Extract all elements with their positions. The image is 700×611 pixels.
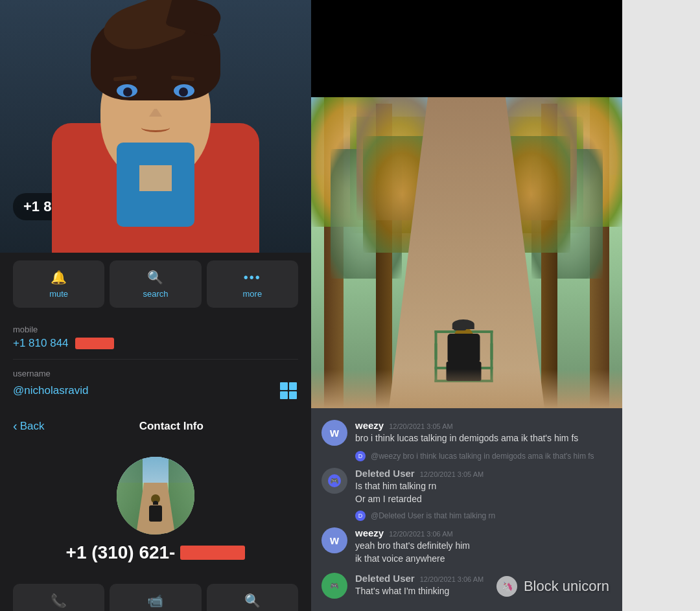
chat-content-3: weezy 12/20/2021 3:06 AM yeah bro that's… bbox=[355, 527, 612, 565]
audio-button[interactable]: 📞 audio bbox=[13, 584, 104, 611]
chat-content-1: weezy 12/20/2021 3:05 AM bro i think luc… bbox=[355, 420, 612, 446]
deleted-avatar-1: 🎮 bbox=[321, 468, 347, 494]
weezy-avatar-1: w bbox=[321, 420, 347, 446]
mobile-value: +1 810 844 bbox=[13, 337, 298, 350]
back-label: Back bbox=[20, 420, 45, 433]
username-value: @nicholasravid bbox=[13, 384, 88, 397]
chat-header-2: Deleted User 12/20/2021 3:05 AM bbox=[355, 468, 612, 479]
mute-button[interactable]: 🔔 mute bbox=[13, 260, 104, 308]
video-icon: 📹 bbox=[147, 593, 163, 608]
dark-upper bbox=[311, 0, 622, 97]
contact-details: mobile +1 810 844 username @nicholasravi… bbox=[0, 316, 311, 408]
svg-text:🦄: 🦄 bbox=[501, 581, 513, 592]
contact-avatar bbox=[117, 457, 194, 535]
qr-icon[interactable] bbox=[279, 381, 298, 400]
contact-profile-panel: +1 810 844 🔔 mute 🔍 search ••• more mobi… bbox=[0, 0, 311, 408]
phone-icon: 📞 bbox=[51, 593, 67, 608]
username-weezy-2: weezy bbox=[355, 527, 384, 538]
contact-search-button[interactable]: 🔍 search bbox=[207, 584, 298, 611]
username-weezy-1: weezy bbox=[355, 420, 384, 431]
weezy-avatar-2: w bbox=[321, 527, 347, 553]
discord-reply-icon-2: D bbox=[355, 511, 366, 521]
reply-text-1: @weezy bro i think lucas talking in demi… bbox=[371, 452, 594, 461]
username-deleted-2: Deleted User bbox=[355, 573, 415, 584]
chat-message-3: w weezy 12/20/2021 3:06 AM yeah bro that… bbox=[311, 524, 622, 569]
search-label: search bbox=[143, 289, 168, 299]
deleted-avatar-green: 🎮 bbox=[321, 573, 347, 599]
username-row: username @nicholasravid bbox=[13, 360, 298, 408]
mobile-number: +1 810 844 bbox=[13, 337, 69, 350]
username-content: @nicholasravid bbox=[13, 381, 298, 400]
discord-icon-1: 🎮 bbox=[328, 474, 341, 487]
park-photo-panel bbox=[311, 0, 622, 408]
chat-header-1: weezy 12/20/2021 3:05 AM bbox=[355, 420, 612, 431]
chat-text-2b: Or am I retarded bbox=[355, 493, 612, 506]
search-icon: 🔍 bbox=[147, 270, 163, 285]
discord-icon-2: 🎮 bbox=[328, 579, 341, 592]
contact-action-buttons: 📞 audio 📹 video 🔍 search bbox=[0, 576, 311, 611]
reply-text-2: @Deleted User is that him talking rn bbox=[371, 511, 495, 520]
watermark-text: Block unicorn bbox=[524, 578, 609, 595]
main-container: +1 810 844 🔔 mute 🔍 search ••• more mobi… bbox=[0, 0, 700, 611]
phone-number-text: +1 (310) 621- bbox=[66, 542, 176, 563]
contact-phone-number: +1 (310) 621- bbox=[66, 542, 246, 563]
chat-text-2a: Is that him talking rn bbox=[355, 480, 612, 493]
chat-header-3: weezy 12/20/2021 3:06 AM bbox=[355, 527, 612, 538]
mute-label: mute bbox=[49, 289, 68, 299]
contact-info-panel: ‹ Back Contact Info bbox=[0, 408, 311, 611]
contact-search-icon: 🔍 bbox=[244, 593, 261, 608]
reply-indicator-2: D @Deleted User is that him talking rn bbox=[311, 509, 622, 524]
back-button[interactable]: ‹ Back bbox=[13, 419, 44, 433]
chat-text-3b: ik that voice anywhere bbox=[355, 553, 612, 566]
right-side-blank bbox=[622, 0, 700, 611]
chat-content-2: Deleted User 12/20/2021 3:05 AM Is that … bbox=[355, 468, 612, 505]
profile-image: +1 810 844 bbox=[0, 0, 311, 253]
more-label: more bbox=[243, 289, 262, 299]
more-button[interactable]: ••• more bbox=[207, 260, 298, 308]
back-arrow-icon: ‹ bbox=[13, 419, 18, 433]
watermark: 🦄 Block unicorn bbox=[495, 575, 609, 598]
username-label: username bbox=[13, 369, 298, 378]
chat-text-3a: yeah bro that's definitely him bbox=[355, 540, 612, 553]
contact-info-title: Contact Info bbox=[44, 420, 298, 433]
discord-chat-panel: w weezy 12/20/2021 3:05 AM bro i think l… bbox=[311, 408, 622, 611]
timestamp-3: 12/20/2021 3:06 AM bbox=[389, 530, 452, 538]
contact-redacted bbox=[180, 546, 245, 560]
contact-info-header: ‹ Back Contact Info bbox=[0, 408, 311, 444]
bell-icon: 🔔 bbox=[51, 270, 67, 285]
discord-reply-icon-1: D bbox=[355, 451, 366, 461]
timestamp-2: 12/20/2021 3:05 AM bbox=[420, 470, 484, 478]
chat-message-2: 🎮 Deleted User 12/20/2021 3:05 AM Is tha… bbox=[311, 464, 622, 509]
username-deleted-1: Deleted User bbox=[355, 468, 415, 479]
timestamp-4: 12/20/2021 3:06 AM bbox=[420, 575, 484, 583]
timestamp-1: 12/20/2021 3:05 AM bbox=[389, 422, 452, 430]
more-icon: ••• bbox=[244, 270, 261, 285]
chat-text-1: bro i think lucas talking in demigods am… bbox=[355, 432, 612, 445]
contact-info-avatar-area: +1 (310) 621- bbox=[0, 444, 311, 576]
reply-indicator-1: D @weezy bro i think lucas talking in de… bbox=[311, 450, 622, 464]
watermark-icon: 🦄 bbox=[495, 575, 519, 598]
action-buttons-row: 🔔 mute 🔍 search ••• more bbox=[0, 253, 311, 316]
search-button[interactable]: 🔍 search bbox=[110, 260, 201, 308]
chat-message-1: w weezy 12/20/2021 3:05 AM bro i think l… bbox=[311, 416, 622, 450]
mobile-label: mobile bbox=[13, 325, 298, 334]
mobile-redacted bbox=[75, 338, 114, 349]
video-button[interactable]: 📹 video bbox=[110, 584, 201, 611]
mini-park-photo bbox=[117, 457, 194, 535]
mobile-row: mobile +1 810 844 bbox=[13, 316, 298, 360]
park-photo bbox=[311, 97, 622, 408]
